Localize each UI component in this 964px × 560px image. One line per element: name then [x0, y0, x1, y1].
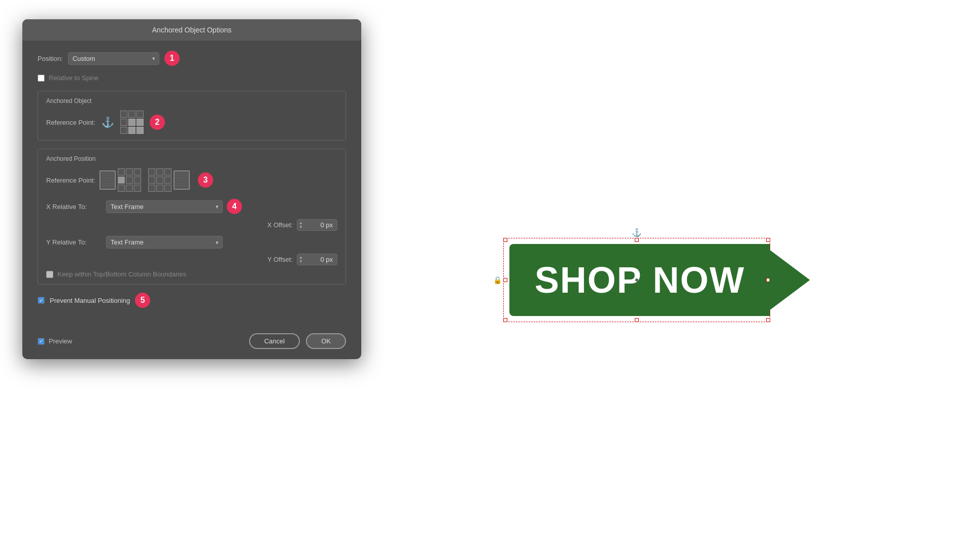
- handle-bc: [635, 318, 639, 322]
- grid-cell-1-2[interactable]: [136, 119, 144, 126]
- grid-cell-0-0[interactable]: [120, 111, 127, 118]
- pos-grid2-cell-2-2[interactable]: [164, 185, 171, 192]
- y-offset-label: Y Offset:: [267, 256, 293, 263]
- x-offset-label: X Offset:: [267, 221, 293, 229]
- badge-4: 4: [227, 199, 242, 214]
- pos-grid-cell-1-0[interactable]: [118, 177, 125, 184]
- preview-checkbox[interactable]: ✓: [38, 338, 45, 345]
- pos-ref-grid-2: [148, 168, 171, 192]
- lock-icon: 🔒: [493, 276, 502, 284]
- keep-within-checkbox[interactable]: [46, 271, 53, 278]
- y-offset-input-wrapper: ▲ ▼: [297, 254, 337, 265]
- cancel-button[interactable]: Cancel: [249, 333, 300, 349]
- x-relative-select-wrapper[interactable]: Text Frame Text Column Page Margin Page …: [106, 200, 223, 213]
- anchored-object-title: Anchored Object: [46, 97, 337, 104]
- anchor-top-center-icon: ⚓: [632, 228, 642, 237]
- x-offset-input-wrapper: ▲ ▼: [297, 219, 337, 231]
- pos-grid-cell-1-1[interactable]: [126, 177, 133, 184]
- grid-cell-2-1[interactable]: [128, 127, 135, 134]
- y-relative-label: Y Relative To:: [46, 238, 102, 246]
- anchored-object-dialog: Anchored Object Options Position: Custom…: [22, 19, 361, 359]
- shop-now-arrow: [769, 250, 810, 310]
- page-grid-group-1: [99, 168, 141, 192]
- badge-1: 1: [164, 51, 180, 66]
- anchored-position-title: Anchored Position: [46, 155, 337, 162]
- selected-object-wrapper: SHOP NOW ⚓ 🔒: [509, 244, 771, 316]
- page-icon-1: [99, 170, 116, 190]
- anchored-object-ref-label: Reference Point:: [46, 119, 95, 126]
- pos-grid-cell-0-0[interactable]: [118, 168, 125, 176]
- keep-within-row: Keep within Top/Bottom Column Boundaries: [46, 270, 337, 278]
- pos-grid2-cell-0-1[interactable]: [156, 168, 163, 176]
- pos-grid-cell-0-1[interactable]: [126, 168, 133, 176]
- x-relative-label: X Relative To:: [46, 203, 102, 211]
- shop-now-text: SHOP NOW: [535, 260, 745, 300]
- y-offset-down[interactable]: ▼: [299, 260, 303, 264]
- x-offset-spinner[interactable]: ▲ ▼: [299, 221, 303, 229]
- pos-grid2-cell-0-0[interactable]: [148, 168, 155, 176]
- pos-grid2-cell-2-0[interactable]: [148, 185, 155, 192]
- handle-tr: [766, 238, 770, 242]
- pos-ref-grid-1: [118, 168, 141, 192]
- badge-3: 3: [198, 172, 213, 188]
- pos-grid-cell-0-2[interactable]: [134, 168, 141, 176]
- anchored-position-ref-label: Reference Point:: [46, 177, 95, 184]
- grid-cell-2-2[interactable]: [136, 127, 144, 134]
- anchored-object-section: Anchored Object Reference Point: ⚓ 2: [38, 91, 346, 141]
- x-relative-select[interactable]: Text Frame Text Column Page Margin Page …: [106, 200, 223, 213]
- position-row: Position: Custom Inline or Above Line Ab…: [38, 51, 346, 66]
- anchored-position-ref-row: Reference Point:: [46, 168, 337, 192]
- grid-cell-0-2[interactable]: [136, 111, 144, 118]
- prevent-manual-checkbox[interactable]: ✓: [38, 297, 45, 304]
- pos-grid2-cell-1-1[interactable]: [156, 177, 163, 184]
- relative-to-spine-row: Relative to Spine: [38, 74, 346, 82]
- preview-area: SHOP NOW ⚓ 🔒: [355, 0, 964, 560]
- y-offset-spinner[interactable]: ▲ ▼: [299, 256, 303, 264]
- handle-bl: [503, 318, 507, 322]
- y-relative-select[interactable]: Text Frame Text Column Page Margin Page …: [106, 236, 223, 249]
- x-offset-input[interactable]: [297, 219, 337, 231]
- grid-cell-1-1[interactable]: [128, 119, 135, 126]
- prevent-manual-row: ✓ Prevent Manual Positioning 5: [38, 293, 346, 308]
- badge-5: 5: [135, 293, 150, 308]
- preview-label: Preview: [49, 337, 72, 345]
- anchored-object-ref-row: Reference Point: ⚓ 2: [46, 111, 337, 134]
- dialog-title: Anchored Object Options: [152, 26, 231, 34]
- anchor-icon: ⚓: [101, 116, 114, 128]
- pos-grid2-cell-1-2[interactable]: [164, 177, 171, 184]
- handle-tc: [635, 238, 639, 242]
- grid-cell-0-1[interactable]: [128, 111, 135, 118]
- prevent-manual-label: Prevent Manual Positioning: [50, 297, 130, 304]
- pos-grid2-cell-1-0[interactable]: [148, 177, 155, 184]
- relative-to-spine-checkbox[interactable]: [38, 75, 45, 82]
- pos-grid-cell-2-0[interactable]: [118, 185, 125, 192]
- handle-ml: [503, 278, 507, 282]
- relative-to-spine-label: Relative to Spine: [49, 74, 98, 82]
- grid-cell-1-0[interactable]: [120, 119, 127, 126]
- x-relative-row: X Relative To: Text Frame Text Column Pa…: [46, 199, 337, 214]
- position-select[interactable]: Custom Inline or Above Line Above Line: [68, 52, 159, 65]
- ref-grid-anchored-object: [120, 111, 144, 134]
- pos-grid-cell-2-2[interactable]: [134, 185, 141, 192]
- ok-button[interactable]: OK: [306, 333, 346, 349]
- x-offset-row: X Offset: ▲ ▼: [46, 219, 337, 231]
- x-offset-down[interactable]: ▼: [299, 225, 303, 229]
- pos-grid-cell-2-1[interactable]: [126, 185, 133, 192]
- handle-br: [766, 318, 770, 322]
- grid-cell-2-0[interactable]: [120, 127, 127, 134]
- shop-now-container: SHOP NOW ⚓ 🔒: [509, 244, 810, 316]
- handle-tl: [503, 238, 507, 242]
- y-relative-select-wrapper[interactable]: Text Frame Text Column Page Margin Page …: [106, 236, 223, 249]
- keep-within-label: Keep within Top/Bottom Column Boundaries: [57, 270, 186, 278]
- position-select-wrapper[interactable]: Custom Inline or Above Line Above Line: [68, 52, 159, 65]
- pos-grid2-cell-0-2[interactable]: [164, 168, 171, 176]
- y-offset-row: Y Offset: ▲ ▼: [46, 254, 337, 265]
- page-icon-2: [174, 170, 190, 190]
- anchored-position-section: Anchored Position Reference Point:: [38, 149, 346, 285]
- pos-grid2-cell-2-1[interactable]: [156, 185, 163, 192]
- bottom-row: ✓ Preview Cancel OK: [22, 328, 361, 349]
- y-offset-input[interactable]: [297, 254, 337, 265]
- pos-grid-cell-1-2[interactable]: [134, 177, 141, 184]
- page-grid-group-2: [148, 168, 190, 192]
- shop-now-button: SHOP NOW: [509, 244, 771, 316]
